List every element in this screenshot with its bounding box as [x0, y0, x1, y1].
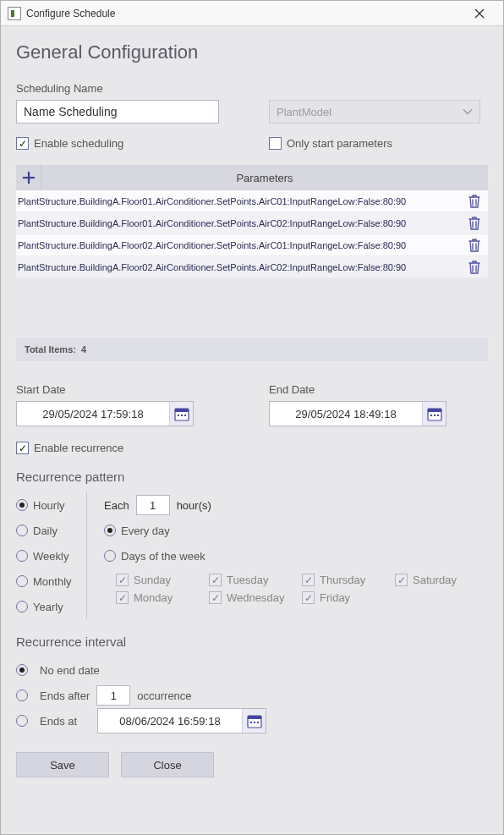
save-button[interactable]: Save: [16, 752, 109, 777]
day-thursday-label: Thursday: [320, 574, 365, 586]
plant-model-value: PlantModel: [277, 106, 331, 118]
app-icon: [8, 7, 21, 20]
trash-icon: [468, 261, 480, 274]
svg-rect-5: [175, 409, 189, 412]
window-close-button[interactable]: [463, 1, 496, 26]
trash-icon: [468, 217, 480, 230]
day-thursday-checkbox: [302, 574, 315, 586]
delete-parameter-button[interactable]: [466, 259, 483, 276]
ends-after-label: Ends after: [40, 689, 90, 702]
calendar-icon: [427, 406, 442, 421]
interval-ends-after[interactable]: Ends after 1 occurrence: [16, 683, 488, 708]
svg-rect-13: [437, 415, 439, 416]
dialog-window: Configure Schedule General Configuration…: [0, 0, 504, 835]
recur-option-hourly-label: Hourly: [33, 499, 65, 512]
day-monday-checkbox: [116, 591, 129, 604]
ends-after-input[interactable]: 1: [96, 685, 130, 706]
parameter-row[interactable]: PlantStructure.BuildingA.Floor02.AirCond…: [16, 234, 488, 256]
day-sunday-label: Sunday: [134, 574, 171, 586]
ends-at-picker-button[interactable]: [242, 709, 266, 733]
only-start-parameters-label: Only start parameters: [287, 137, 392, 150]
radio-icon: [16, 664, 28, 676]
total-items-bar: Total Items: 4: [16, 338, 488, 361]
end-date-picker-button[interactable]: [422, 402, 446, 426]
day-wednesday-checkbox: [209, 591, 222, 604]
end-date-label: End Date: [269, 383, 488, 396]
svg-rect-12: [434, 415, 436, 416]
delete-parameter-button[interactable]: [466, 193, 483, 210]
delete-parameter-button[interactable]: [466, 237, 483, 254]
parameter-text: PlantStructure.BuildingA.Floor02.AirCond…: [18, 262, 466, 272]
dialog-content: General Configuration Scheduling Name Pl…: [1, 26, 503, 834]
svg-rect-6: [178, 415, 179, 416]
radio-icon: [104, 550, 116, 562]
scheduling-name-label: Scheduling Name: [16, 82, 235, 95]
start-date-input[interactable]: 29/05/2024 17:59:18: [16, 401, 194, 426]
enable-scheduling-label: Enable scheduling: [34, 137, 123, 150]
recur-option-daily[interactable]: Daily: [16, 518, 74, 543]
parameter-row[interactable]: PlantStructure.BuildingA.Floor02.AirCond…: [16, 256, 488, 278]
scheduling-name-input[interactable]: [16, 100, 219, 124]
recurrence-pattern-title: Recurrence pattern: [16, 470, 488, 484]
enable-recurrence-label: Enable recurrence: [34, 442, 123, 454]
parameters-list: PlantStructure.BuildingA.Floor01.AirCond…: [16, 190, 488, 278]
start-date-picker-button[interactable]: [169, 402, 193, 426]
radio-icon: [16, 689, 28, 701]
parameter-row[interactable]: PlantStructure.BuildingA.Floor01.AirCond…: [16, 212, 488, 234]
radio-icon: [16, 550, 28, 562]
total-items-value: 4: [81, 344, 86, 354]
plant-model-select: PlantModel: [269, 100, 480, 124]
day-sunday-checkbox: [116, 574, 129, 586]
day-monday-label: Monday: [134, 591, 173, 604]
recur-option-weekly[interactable]: Weekly: [16, 543, 74, 569]
ends-at-label: Ends at: [40, 715, 90, 728]
parameter-text: PlantStructure.BuildingA.Floor01.AirCond…: [18, 218, 466, 228]
svg-rect-8: [184, 415, 186, 416]
svg-rect-18: [257, 722, 259, 723]
ends-after-suffix: occurrence: [137, 689, 191, 702]
only-start-parameters-checkbox[interactable]: [269, 137, 282, 150]
interval-no-end-date[interactable]: No end date: [16, 657, 488, 683]
end-date-value: 29/05/2024 18:49:18: [270, 408, 422, 420]
recur-option-daily-label: Daily: [33, 525, 58, 537]
each-hours-input[interactable]: 1: [136, 495, 170, 515]
radio-icon: [16, 601, 28, 613]
close-button[interactable]: Close: [121, 752, 214, 777]
parameter-text: PlantStructure.BuildingA.Floor01.AirCond…: [18, 196, 466, 206]
parameters-header: Parameters: [16, 165, 488, 190]
every-day-option[interactable]: Every day: [104, 518, 488, 543]
svg-rect-7: [181, 415, 183, 416]
enable-scheduling-checkbox[interactable]: [16, 137, 29, 150]
plus-icon: [22, 171, 36, 184]
total-items-label: Total Items:: [25, 344, 76, 354]
parameters-header-label: Parameters: [41, 172, 488, 184]
recur-option-hourly[interactable]: Hourly: [16, 492, 74, 518]
window-title: Configure Schedule: [26, 8, 463, 19]
trash-icon: [468, 239, 480, 252]
recur-option-yearly[interactable]: Yearly: [16, 594, 74, 619]
calendar-icon: [174, 406, 189, 421]
ends-at-date-input[interactable]: 08/06/2024 16:59:18: [97, 708, 266, 733]
end-date-input[interactable]: 29/05/2024 18:49:18: [269, 401, 446, 426]
parameter-row[interactable]: PlantStructure.BuildingA.Floor01.AirCond…: [16, 190, 488, 212]
days-of-week-label: Days of the week: [121, 550, 205, 563]
recur-option-monthly-label: Monthly: [33, 575, 72, 588]
parameter-text: PlantStructure.BuildingA.Floor02.AirCond…: [18, 240, 466, 250]
radio-icon: [16, 525, 28, 536]
day-friday-checkbox: [302, 591, 315, 604]
day-tuesday-checkbox: [209, 574, 222, 586]
recur-option-weekly-label: Weekly: [33, 550, 68, 563]
interval-ends-at[interactable]: Ends at 08/06/2024 16:59:18: [16, 708, 488, 733]
delete-parameter-button[interactable]: [466, 215, 483, 232]
days-of-week-option[interactable]: Days of the week: [104, 543, 488, 569]
enable-recurrence-checkbox[interactable]: [16, 442, 29, 454]
day-saturday-checkbox: [395, 574, 408, 586]
svg-rect-10: [428, 409, 441, 412]
add-parameter-button[interactable]: [16, 165, 41, 190]
each-label-post: hour(s): [177, 499, 211, 512]
recur-option-monthly[interactable]: Monthly: [16, 569, 74, 594]
radio-icon: [16, 715, 28, 727]
day-wednesday-label: Wednesday: [227, 591, 284, 604]
radio-icon: [104, 525, 116, 536]
start-date-value: 29/05/2024 17:59:18: [17, 408, 169, 420]
